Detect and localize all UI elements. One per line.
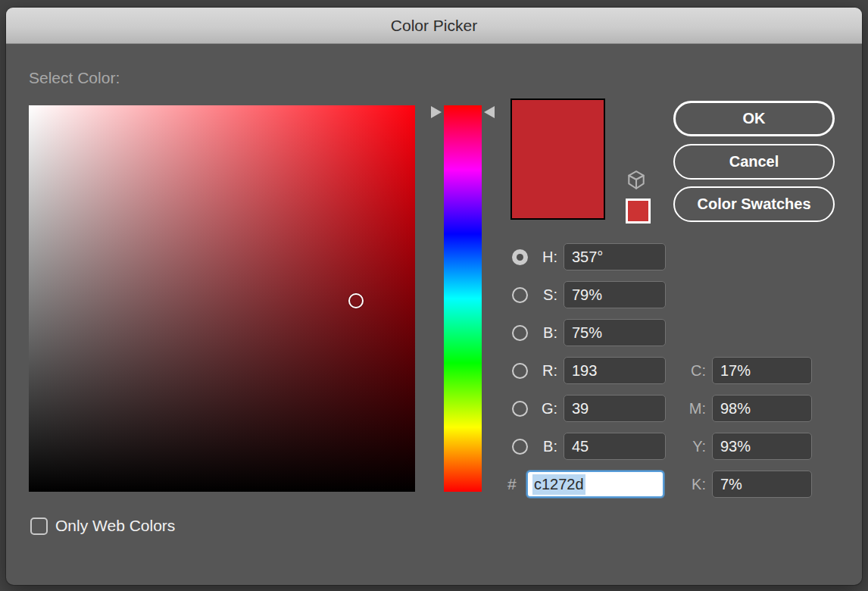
- web-safe-cube-icon: [626, 170, 646, 191]
- hue-handle-right-icon[interactable]: [484, 106, 495, 118]
- cancel-button[interactable]: Cancel: [673, 144, 835, 180]
- color-picker-dialog: Color Picker Select Color: OK Cancel Col…: [6, 8, 862, 585]
- brightness-row: B:: [512, 319, 671, 346]
- color-swatches-button[interactable]: Color Swatches: [673, 186, 835, 222]
- title-bar[interactable]: Color Picker: [6, 8, 862, 44]
- brightness-label: B:: [535, 324, 557, 342]
- blue-row: B:: [512, 433, 671, 460]
- select-color-label: Select Color:: [29, 69, 120, 87]
- web-safe-color-swatch[interactable]: [626, 199, 651, 224]
- saturation-row: S:: [512, 281, 671, 308]
- only-web-colors-label: Only Web Colors: [55, 517, 175, 535]
- only-web-colors-checkbox[interactable]: [30, 518, 48, 535]
- red-radio[interactable]: [512, 363, 528, 379]
- cyan-row: C:: [680, 357, 816, 384]
- black-input[interactable]: [712, 471, 812, 498]
- hue-input[interactable]: [564, 243, 666, 270]
- cyan-label: C:: [680, 362, 706, 380]
- brightness-radio[interactable]: [512, 325, 528, 341]
- green-input[interactable]: [564, 395, 666, 422]
- black-label: K:: [680, 476, 706, 493]
- hex-selected-text: c1272d: [532, 474, 585, 495]
- dialog-title: Color Picker: [391, 17, 477, 35]
- green-label: G:: [535, 400, 557, 417]
- saturation-label: S:: [535, 286, 557, 304]
- blue-input[interactable]: [564, 433, 666, 460]
- selected-color-preview: [510, 98, 605, 220]
- yellow-input[interactable]: [712, 433, 812, 460]
- magenta-label: M:: [680, 400, 706, 417]
- saturation-brightness-field[interactable]: [29, 105, 415, 492]
- green-row: G:: [512, 395, 671, 422]
- green-radio[interactable]: [512, 401, 528, 417]
- red-input[interactable]: [564, 357, 666, 384]
- black-row: K:: [680, 471, 816, 498]
- only-web-colors-row: Only Web Colors: [30, 517, 175, 535]
- saturation-input[interactable]: [564, 281, 666, 308]
- saturation-radio[interactable]: [512, 287, 528, 303]
- hue-label: H:: [535, 249, 557, 266]
- hue-radio[interactable]: [512, 249, 528, 265]
- hue-handle-left-icon[interactable]: [431, 106, 442, 118]
- blue-radio[interactable]: [512, 439, 528, 455]
- yellow-row: Y:: [680, 433, 816, 460]
- hex-row: # c1272d: [507, 471, 664, 498]
- red-row: R:: [512, 357, 671, 384]
- magenta-row: M:: [680, 395, 816, 422]
- blue-label: B:: [535, 438, 557, 455]
- brightness-input[interactable]: [564, 319, 666, 346]
- yellow-label: Y:: [680, 438, 706, 455]
- magenta-input[interactable]: [712, 395, 812, 422]
- hex-input[interactable]: c1272d: [526, 471, 664, 498]
- hex-prefix-label: #: [507, 475, 521, 493]
- color-cursor-ring[interactable]: [348, 293, 364, 308]
- cyan-input[interactable]: [712, 357, 812, 384]
- hue-row: H:: [512, 243, 671, 270]
- red-label: R:: [535, 362, 557, 380]
- hue-slider[interactable]: [444, 105, 482, 492]
- ok-button[interactable]: OK: [673, 101, 835, 136]
